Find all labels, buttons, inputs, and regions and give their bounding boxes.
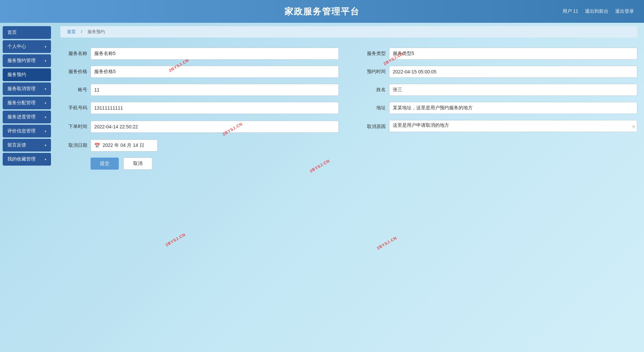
chevron-down-icon: ▾ (45, 143, 46, 147)
phone-input[interactable] (91, 102, 339, 114)
booking-time-input[interactable] (389, 66, 637, 78)
cancel-date-value: 2022 年 04 月 14 日 (103, 142, 144, 149)
service-price-group: 服务价格 (60, 66, 339, 78)
sidebar-item-booking[interactable]: 服务预约 (3, 68, 51, 81)
order-time-group: 下单时间 (60, 121, 339, 133)
calendar-icon: 📅 (94, 143, 100, 148)
breadcrumb-current: 服务预约 (88, 29, 105, 34)
date-input-wrapper[interactable]: 📅 2022 年 04 月 14 日 (91, 139, 158, 152)
user-label: 用户 11 (562, 8, 578, 14)
account-label: 账号 (60, 87, 87, 93)
cancel-reason-input[interactable] (389, 120, 637, 132)
address-group: 地址 (359, 102, 637, 114)
sidebar-item-cancel-mgmt[interactable]: 服务取消管理 ▾ (3, 82, 51, 95)
account-group: 账号 (60, 84, 339, 96)
sidebar-item-label: 我的收藏管理 (7, 156, 36, 162)
sidebar-item-label: 服务预约管理 (7, 58, 36, 64)
chevron-down-icon: ▾ (45, 45, 46, 49)
sidebar-item-progress-mgmt[interactable]: 服务进度管理 ▾ (3, 111, 51, 123)
address-input[interactable] (389, 102, 637, 114)
chevron-down-icon: ▾ (45, 158, 46, 161)
app-title: 家政服务管理平台 (284, 6, 360, 17)
chevron-down-icon: ▾ (45, 87, 46, 91)
service-price-label: 服务价格 (60, 69, 87, 75)
sidebar-item-label: 留言反馈 (7, 142, 26, 148)
chevron-down-icon: ▾ (45, 101, 46, 105)
main-layout: 首页 个人中心 ▾ 服务预约管理 ▾ 服务预约 服务取消管理 ▾ 服务分配管理 … (0, 23, 644, 352)
form-row-4: 手机号码 地址 (60, 102, 637, 114)
button-row: 提交 取消 (60, 158, 637, 170)
header-nav: 用户 11 退出到前台 退出登录 (562, 8, 634, 14)
order-time-label: 下单时间 (60, 124, 87, 130)
cancel-date-label: 取消日期 (60, 142, 87, 149)
cancel-reason-group: 取消原因 ✕ (359, 120, 637, 133)
cancel-reason-wrapper: ✕ (389, 120, 637, 133)
service-type-label: 服务类型 (359, 51, 386, 57)
service-name-input[interactable] (91, 48, 339, 60)
sidebar-item-label: 首页 (7, 30, 17, 36)
sidebar-item-label: 服务进度管理 (7, 114, 36, 120)
sidebar-item-label: 个人中心 (7, 44, 26, 50)
name-input[interactable] (389, 84, 637, 96)
submit-button[interactable]: 提交 (91, 158, 119, 170)
form-row-3: 账号 姓名 (60, 84, 637, 96)
back-to-front-button[interactable]: 退出到前台 (585, 8, 608, 14)
header: 家政服务管理平台 用户 11 退出到前台 退出登录 (0, 0, 644, 23)
service-type-input[interactable] (389, 48, 637, 60)
sidebar-item-feedback[interactable]: 留言反馈 ▾ (3, 139, 51, 152)
breadcrumb-separator: / (81, 29, 84, 34)
sidebar: 首页 个人中心 ▾ 服务预约管理 ▾ 服务预约 服务取消管理 ▾ 服务分配管理 … (0, 23, 54, 352)
booking-time-label: 预约时间 (359, 69, 386, 75)
sidebar-item-home[interactable]: 首页 (3, 26, 51, 39)
chevron-down-icon: ▾ (45, 59, 46, 63)
breadcrumb-home[interactable]: 首页 (67, 29, 76, 34)
cancel-date-group: 取消日期 📅 2022 年 04 月 14 日 (60, 139, 158, 152)
sidebar-item-label: 评价信息管理 (7, 128, 36, 134)
form-row-2: 服务价格 预约时间 (60, 66, 637, 78)
sidebar-item-label: 服务分配管理 (7, 100, 36, 106)
sidebar-item-personal[interactable]: 个人中心 ▾ (3, 40, 51, 53)
form-row-cancel-date: 取消日期 📅 2022 年 04 月 14 日 (60, 139, 637, 152)
sidebar-item-label: 服务取消管理 (7, 86, 36, 92)
name-group: 姓名 (359, 84, 637, 96)
sidebar-item-booking-mgmt[interactable]: 服务预约管理 ▾ (3, 54, 51, 67)
content-area: 首页 / 服务预约 2BYSJ.CN 2BYSJ.CN 2BYSJ.CN 2BY… (54, 23, 644, 352)
chevron-down-icon: ▾ (45, 115, 46, 119)
service-price-input[interactable] (91, 66, 339, 78)
sidebar-item-assign-mgmt[interactable]: 服务分配管理 ▾ (3, 97, 51, 109)
logout-button[interactable]: 退出登录 (615, 8, 634, 14)
booking-time-group: 预约时间 (359, 66, 637, 78)
cancel-reason-label: 取消原因 (359, 124, 386, 130)
account-input[interactable] (91, 84, 339, 96)
form-row-1: 服务名称 服务类型 (60, 48, 637, 60)
watermark-5: 2BYSJ.CN (165, 232, 186, 247)
breadcrumb: 首页 / 服务预约 (60, 26, 637, 38)
address-label: 地址 (359, 105, 386, 111)
sidebar-item-label: 服务预约 (7, 72, 26, 78)
phone-group: 手机号码 (60, 102, 339, 114)
service-name-group: 服务名称 (60, 48, 339, 60)
form-container: 服务名称 服务类型 服务价格 预约时间 (60, 44, 637, 173)
service-name-label: 服务名称 (60, 51, 87, 57)
sidebar-item-favorites[interactable]: 我的收藏管理 ▾ (3, 153, 51, 166)
name-label: 姓名 (359, 87, 386, 93)
order-time-input[interactable] (91, 121, 339, 133)
watermark-6: 2BYSJ.CN (376, 235, 398, 250)
phone-label: 手机号码 (60, 105, 87, 111)
chevron-down-icon: ▾ (45, 129, 46, 133)
service-type-group: 服务类型 (359, 48, 637, 60)
cancel-button[interactable]: 取消 (123, 158, 152, 170)
sidebar-item-review-mgmt[interactable]: 评价信息管理 ▾ (3, 125, 51, 137)
form-row-5: 下单时间 取消原因 ✕ (60, 120, 637, 133)
